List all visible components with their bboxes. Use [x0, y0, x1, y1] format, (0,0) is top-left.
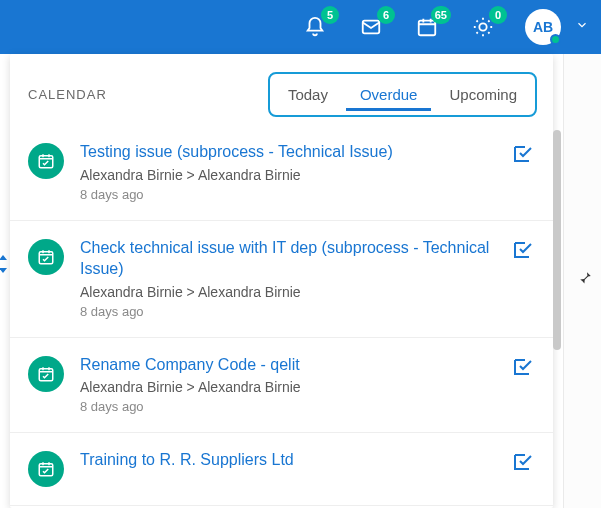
- sort-indicator[interactable]: [0, 255, 10, 277]
- complete-button[interactable]: [511, 237, 535, 265]
- avatar-initials: AB: [533, 19, 553, 35]
- tabs: Today Overdue Upcoming: [268, 72, 537, 117]
- item-body: Training to R. R. Suppliers Ltd: [80, 449, 495, 475]
- panel-title: CALENDAR: [28, 87, 107, 102]
- svg-rect-3: [39, 156, 53, 168]
- notifications-button[interactable]: 5: [301, 13, 329, 41]
- item-time: 8 days ago: [80, 304, 495, 319]
- calendar-check-icon: [28, 143, 64, 179]
- brightness-button[interactable]: 0: [469, 13, 497, 41]
- calendar-badge: 65: [431, 6, 451, 24]
- list-item: Rename Company Code - qelitAlexandra Bir…: [10, 338, 553, 434]
- item-title[interactable]: Testing issue (subprocess - Technical Is…: [80, 141, 495, 163]
- presence-dot: [550, 34, 561, 45]
- item-time: 8 days ago: [80, 187, 495, 202]
- list-item: Check technical issue with IT dep (subpr…: [10, 221, 553, 338]
- tab-overdue[interactable]: Overdue: [346, 78, 432, 111]
- complete-button[interactable]: [511, 354, 535, 382]
- complete-button[interactable]: [511, 141, 535, 169]
- calendar-panel: CALENDAR Today Overdue Upcoming Testing …: [10, 54, 553, 508]
- notifications-badge: 5: [321, 6, 339, 24]
- avatar[interactable]: AB: [525, 9, 561, 45]
- item-title[interactable]: Training to R. R. Suppliers Ltd: [80, 449, 495, 471]
- calendar-button[interactable]: 65: [413, 13, 441, 41]
- list-item: Testing issue (subprocess - Technical Is…: [10, 125, 553, 221]
- svg-rect-6: [39, 464, 53, 476]
- item-subtitle: Alexandra Birnie > Alexandra Birnie: [80, 379, 495, 395]
- svg-rect-4: [39, 251, 53, 263]
- user-menu-chevron[interactable]: [575, 18, 589, 36]
- item-time: 8 days ago: [80, 399, 495, 414]
- svg-rect-5: [39, 369, 53, 381]
- calendar-check-icon: [28, 451, 64, 487]
- item-subtitle: Alexandra Birnie > Alexandra Birnie: [80, 167, 495, 183]
- chevron-down-icon: [575, 18, 589, 32]
- svg-point-2: [479, 23, 486, 30]
- pin-icon: [575, 270, 593, 288]
- calendar-check-icon: [28, 239, 64, 275]
- messages-button[interactable]: 6: [357, 13, 385, 41]
- item-title[interactable]: Check technical issue with IT dep (subpr…: [80, 237, 495, 280]
- calendar-check-icon: [28, 356, 64, 392]
- tab-today[interactable]: Today: [274, 78, 342, 111]
- scrollbar-thumb[interactable]: [553, 130, 561, 350]
- brightness-badge: 0: [489, 6, 507, 24]
- svg-rect-1: [419, 21, 436, 36]
- pin-button[interactable]: [575, 270, 593, 292]
- item-body: Testing issue (subprocess - Technical Is…: [80, 141, 495, 202]
- panel-header: CALENDAR Today Overdue Upcoming: [10, 54, 553, 125]
- list-item: Training to R. R. Suppliers Ltd: [10, 433, 553, 506]
- item-body: Check technical issue with IT dep (subpr…: [80, 237, 495, 319]
- messages-badge: 6: [377, 6, 395, 24]
- item-subtitle: Alexandra Birnie > Alexandra Birnie: [80, 284, 495, 300]
- tab-upcoming[interactable]: Upcoming: [435, 78, 531, 111]
- sort-icon: [0, 255, 10, 273]
- complete-button[interactable]: [511, 449, 535, 477]
- item-body: Rename Company Code - qelitAlexandra Bir…: [80, 354, 495, 415]
- topbar: 5 6 65 0 AB: [0, 0, 601, 54]
- item-title[interactable]: Rename Company Code - qelit: [80, 354, 495, 376]
- calendar-list[interactable]: Testing issue (subprocess - Technical Is…: [10, 125, 553, 508]
